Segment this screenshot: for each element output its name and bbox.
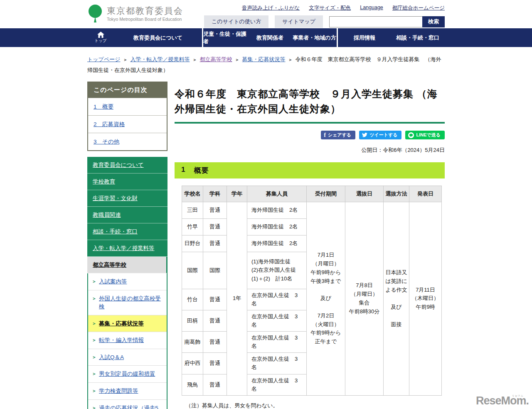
chevron-right-icon: ＞	[92, 278, 96, 285]
nav-item-recruitment[interactable]: 採用情報	[338, 28, 391, 47]
submenu-item-foreign-students-exam[interactable]: ＞外国人生徒の都立高校受検	[88, 290, 167, 315]
site-usage-button[interactable]: このサイトの使い方	[204, 15, 268, 28]
sidebar: このページの目次 1 概要 2 応募資格 3 その他 教育委員会について 学校教…	[87, 82, 167, 409]
sidebar-item-faculty[interactable]: 教職員関連	[87, 207, 167, 223]
section-title: 概要	[194, 166, 209, 175]
home-icon	[97, 32, 104, 38]
cell-capacity: 海外帰国生徒 2名	[247, 202, 307, 218]
chevron-right-icon: ＞	[92, 336, 96, 344]
search-button[interactable]: 検索	[422, 16, 445, 27]
site-logo[interactable]: 東京都教育委員会 Tokyo Metropolitan Board of Edu…	[87, 4, 183, 23]
col-header-selection-method: 選抜方法	[384, 186, 409, 202]
cell-department: 普通	[203, 353, 227, 374]
nav-item-consultation[interactable]: 相談・手続・窓口	[391, 28, 444, 47]
cell-capacity: 在京外国人生徒 3名	[247, 374, 307, 395]
col-header-department: 学科	[203, 186, 227, 202]
published-date: 公開日：令和6年（2024）5月24日	[175, 146, 445, 154]
col-header-announcement-date: 発表日	[409, 186, 442, 202]
col-header-grade: 学年	[227, 186, 247, 202]
breadcrumb: トップページ＞入学・転入学／授業料等＞都立高等学校＞募集・応募状況等＞令和６年度…	[87, 54, 445, 76]
submenu-item-exam-qa[interactable]: ＞入試Q＆A	[88, 349, 167, 366]
table-note: （注）募集人員は、男女を問わない。	[186, 402, 445, 409]
submenu-item-exam-guide[interactable]: ＞入試案内等	[88, 273, 167, 290]
global-nav: トップ 教育委員会について 児童・生徒・保護者 教育関係者 事業者・地域の方 採…	[0, 28, 532, 47]
submenu-item-past-applications[interactable]: ＞過去の応募状況（過去5年分）	[88, 400, 167, 409]
main-content: 令和６年度 東京都立高等学校 ９月入学生徒募集 （海外帰国生徒・在京外国人生徒対…	[175, 82, 445, 409]
cell-school: 三田	[182, 202, 203, 218]
sidebar-item-metropolitan-hs[interactable]: 都立高等学校	[87, 257, 167, 273]
toc-item-eligibility[interactable]: 2 応募資格	[88, 115, 167, 133]
cell-school: 竹台	[182, 289, 203, 310]
chevron-right-icon: ＞	[92, 295, 96, 302]
toc-item-other[interactable]: 3 その他	[88, 133, 167, 150]
resemom-watermark: リセマム ReseMom.	[476, 394, 529, 407]
sitemap-button[interactable]: サイトマップ	[275, 15, 323, 28]
link-metro-home[interactable]: 都庁総合ホームページ	[392, 5, 445, 12]
cell-reception-period: 7月1日 （月曜日） 午前9時から 午後3時まで 及び 7月2日 （火曜日） 午…	[307, 202, 345, 395]
cell-capacity: 海外帰国生徒 2名	[247, 235, 307, 252]
facebook-share-button[interactable]: f シェアする	[321, 131, 355, 139]
logo-title-en: Tokyo Metropolitan Board of Education	[107, 17, 183, 22]
cell-department: 普通	[203, 310, 227, 331]
line-icon	[408, 132, 414, 138]
chevron-right-icon: ＞	[92, 370, 96, 378]
section-number: 1	[181, 166, 185, 175]
logo-title-jp: 東京都教育委員会	[107, 6, 183, 15]
line-share-button[interactable]: LINEで送る	[405, 131, 445, 139]
cell-capacity: (1)海外帰国生徒 (2)在京外国人生徒 (1)＋(2) 計10名	[247, 252, 307, 289]
submenu-item-recruitment-status[interactable]: ＞募集・応募状況等	[88, 315, 167, 332]
cell-capacity: 海外帰国生徒 2名	[247, 218, 307, 235]
link-font-size-color[interactable]: 文字サイズ・配色	[309, 5, 351, 12]
breadcrumb-link-metropolitan-hs[interactable]: 都立高等学校	[200, 56, 232, 62]
breadcrumb-link-top[interactable]: トップページ	[87, 56, 121, 62]
breadcrumb-separator: ＞	[235, 57, 239, 62]
overview-table: 学校名 学科 学年 募集人員 受付期間 選抜日 選抜方法 発表日 三田 普通 1…	[182, 186, 442, 396]
cell-school: 田柄	[182, 310, 203, 331]
toc-item-overview[interactable]: 1 概要	[88, 98, 167, 115]
section-heading-overview: 1 概要	[175, 162, 445, 178]
link-voice-furigana[interactable]: 音声読み上げ・ふりがな	[242, 5, 300, 12]
sidebar-item-school-education[interactable]: 学校教育	[87, 174, 167, 190]
nav-item-students-parents[interactable]: 児童・生徒・保護者	[203, 28, 248, 47]
nav-item-business-community[interactable]: 事業者・地域の方	[292, 28, 337, 47]
breadcrumb-link-recruitment-status[interactable]: 募集・応募状況等	[242, 56, 286, 62]
cell-department: 国際	[203, 252, 227, 289]
cell-capacity: 在京外国人生徒 3名	[247, 289, 307, 310]
link-language[interactable]: Language	[360, 5, 383, 12]
cell-capacity: 在京外国人生徒 3名	[247, 310, 307, 331]
submenu-item-transfer-info[interactable]: ＞転学・編入学情報	[88, 332, 167, 349]
cell-grade: 1年	[227, 202, 247, 395]
cell-school: 飛鳥	[182, 374, 203, 395]
sidebar-item-lifelong-learning[interactable]: 生涯学習・文化財	[87, 190, 167, 207]
cell-announcement-date: 7月11日 （木曜日） 午前9時	[409, 202, 442, 395]
cell-capacity: 在京外国人生徒 3名	[247, 353, 307, 374]
utility-links: 音声読み上げ・ふりがな 文字サイズ・配色 Language 都庁総合ホームページ	[204, 5, 445, 12]
nav-item-educators[interactable]: 教育関係者	[248, 28, 292, 47]
nav-home[interactable]: トップ	[87, 28, 114, 47]
table-row: 三田 普通 1年 海外帰国生徒 2名 7月1日 （月曜日） 午前9時から 午後3…	[182, 202, 442, 218]
cell-school: 竹早	[182, 218, 203, 235]
chevron-right-icon: ＞	[92, 404, 96, 409]
cell-school: 日野台	[182, 235, 203, 252]
sidebar-submenu: ＞入試案内等 ＞外国人生徒の都立高校受検 ＞募集・応募状況等 ＞転学・編入学情報…	[87, 273, 167, 409]
toc-title: このページの目次	[88, 82, 167, 98]
sidebar-item-about-board[interactable]: 教育委員会について	[87, 157, 167, 174]
breadcrumb-link-admission[interactable]: 入学・転入学／授業料等	[131, 56, 190, 62]
page-title: 令和６年度 東京都立高等学校 ９月入学生徒募集 （海外帰国生徒・在京外国人生徒対…	[175, 87, 445, 124]
breadcrumb-separator: ＞	[193, 57, 197, 62]
cell-department: 普通	[203, 235, 227, 252]
chevron-right-icon: ＞	[92, 320, 96, 327]
search-input[interactable]	[329, 16, 422, 27]
sidebar-item-consultation[interactable]: 相談・手続・窓口	[87, 223, 167, 240]
sidebar-menu: 教育委員会について 学校教育 生涯学習・文化財 教職員関連 相談・手続・窓口 入…	[87, 157, 167, 409]
twitter-tweet-button[interactable]: ツイートする	[359, 131, 401, 139]
submenu-item-gender-quota[interactable]: ＞男女別定員の緩和措置	[88, 366, 167, 383]
breadcrumb-separator: ＞	[123, 57, 128, 62]
nav-item-about-board[interactable]: 教育委員会について	[114, 28, 202, 47]
sidebar-item-admission-tuition[interactable]: 入学・転入学／授業料等	[87, 240, 167, 257]
submenu-item-exam-questions[interactable]: ＞学力検査問題等	[88, 383, 167, 400]
cell-department: 普通	[203, 289, 227, 310]
cell-selection-date: 7月8日 （月曜日） 集合 午前8時30分	[345, 202, 384, 395]
twitter-bird-icon	[362, 133, 367, 137]
cell-department: 普通	[203, 332, 227, 353]
